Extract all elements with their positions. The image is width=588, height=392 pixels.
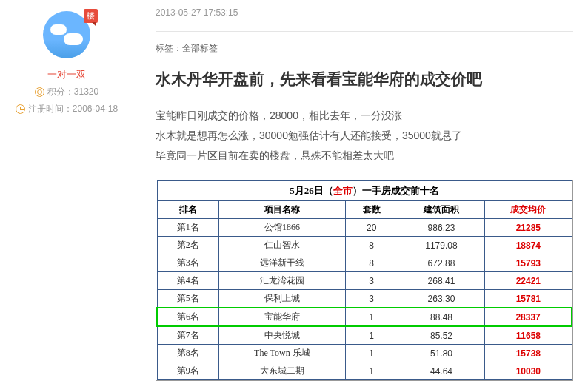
cell-units: 8	[345, 237, 398, 254]
cell-rank: 第9名	[157, 362, 219, 380]
cell-units: 20	[345, 219, 398, 237]
cell-price: 10030	[485, 362, 572, 380]
cell-units: 1	[345, 308, 398, 326]
content-line: 水木就是想再怎么涨，30000勉强估计有人还能接受，35000就悬了	[156, 126, 573, 146]
cell-area: 986.23	[398, 219, 484, 237]
username-link[interactable]: 一对一双	[7, 68, 126, 81]
clock-icon	[16, 104, 25, 114]
avatar-wrap[interactable]: 楼	[43, 11, 90, 58]
table-row: 第6名宝能华府188.4828337	[157, 308, 572, 326]
post-title: 水木丹华开盘前，先来看看宝能华府的成交价吧	[156, 68, 573, 89]
cell-price: 28337	[485, 308, 572, 326]
user-points: 积分：31320	[7, 86, 126, 98]
cell-rank: 第1名	[157, 219, 219, 237]
col-project: 项目名称	[219, 201, 345, 219]
post-timestamp: 2013-05-27 17:53:15	[156, 7, 573, 18]
table-row: 第5名保利上城3263.3015781	[157, 290, 572, 308]
cell-price: 22421	[485, 272, 572, 290]
cell-units: 1	[345, 326, 398, 345]
cell-rank: 第2名	[157, 237, 219, 254]
cell-units: 1	[345, 362, 398, 380]
cell-price: 21285	[485, 219, 572, 237]
cell-project: The Town 乐城	[219, 345, 345, 362]
cell-area: 51.80	[398, 345, 484, 362]
cell-price: 15738	[485, 345, 572, 362]
table-row: 第7名中央悦城185.5211658	[157, 326, 572, 345]
ranking-table-wrap: 5月26日（全市）一手房成交前十名 排名 项目名称 套数 建筑面积 成交均价 第…	[156, 180, 573, 381]
cell-units: 3	[345, 272, 398, 290]
table-row: 第3名远洋新干线8672.8815793	[157, 254, 572, 272]
cell-project: 远洋新干线	[219, 254, 345, 272]
user-sidebar: 楼 一对一双 积分：31320 注册时间：2006-04-18	[0, 0, 133, 381]
col-area: 建筑面积	[398, 201, 484, 219]
table-row: 第4名汇龙湾花园3268.4122421	[157, 272, 572, 290]
content-line: 宝能昨日刚成交的价格，28000，相比去年，一分没涨	[156, 106, 573, 126]
post-content: 宝能昨日刚成交的价格，28000，相比去年，一分没涨 水木就是想再怎么涨，300…	[156, 106, 573, 165]
cell-area: 88.48	[398, 308, 484, 326]
cell-rank: 第8名	[157, 345, 219, 362]
table-row: 第8名The Town 乐城151.8015738	[157, 345, 572, 362]
cell-project: 仁山智水	[219, 237, 345, 254]
cell-area: 1179.08	[398, 237, 484, 254]
content-line: 毕竟同一片区目前在卖的楼盘，悬殊不能相差太大吧	[156, 146, 573, 166]
post-main: 2013-05-27 17:53:15 标签：全部标签 水木丹华开盘前，先来看看…	[133, 0, 588, 381]
cell-project: 宝能华府	[219, 308, 345, 326]
cell-project: 中央悦城	[219, 326, 345, 345]
ranking-table: 5月26日（全市）一手房成交前十名 排名 项目名称 套数 建筑面积 成交均价 第…	[156, 180, 572, 380]
cell-rank: 第5名	[157, 290, 219, 308]
table-row: 第2名仁山智水81179.0818874	[157, 237, 572, 254]
cell-area: 44.64	[398, 362, 484, 380]
user-regdate: 注册时间：2006-04-18	[7, 103, 126, 115]
col-rank: 排名	[157, 201, 219, 219]
cell-price: 15781	[485, 290, 572, 308]
cell-units: 3	[345, 290, 398, 308]
table-row: 第1名公馆186620986.2321285	[157, 219, 572, 237]
table-row: 第9名大东城二期144.6410030	[157, 362, 572, 380]
cell-area: 263.30	[398, 290, 484, 308]
table-header-row: 排名 项目名称 套数 建筑面积 成交均价	[157, 201, 572, 219]
col-units: 套数	[345, 201, 398, 219]
coin-icon	[35, 87, 44, 97]
cell-area: 85.52	[398, 326, 484, 345]
cell-rank: 第3名	[157, 254, 219, 272]
cell-project: 公馆1866	[219, 219, 345, 237]
cell-price: 18874	[485, 237, 572, 254]
floor-badge: 楼	[84, 9, 98, 23]
post-tags[interactable]: 标签：全部标签	[156, 42, 573, 55]
cell-units: 1	[345, 345, 398, 362]
cell-price: 11658	[485, 326, 572, 345]
divider	[156, 31, 573, 32]
cell-project: 大东城二期	[219, 362, 345, 380]
cell-rank: 第4名	[157, 272, 219, 290]
cell-area: 268.41	[398, 272, 484, 290]
cell-area: 672.88	[398, 254, 484, 272]
cell-units: 8	[345, 254, 398, 272]
table-title-row: 5月26日（全市）一手房成交前十名	[157, 181, 572, 201]
cell-project: 保利上城	[219, 290, 345, 308]
cell-rank: 第6名	[157, 308, 219, 326]
cell-rank: 第7名	[157, 326, 219, 345]
col-price: 成交均价	[485, 201, 572, 219]
cell-project: 汇龙湾花园	[219, 272, 345, 290]
cell-price: 15793	[485, 254, 572, 272]
